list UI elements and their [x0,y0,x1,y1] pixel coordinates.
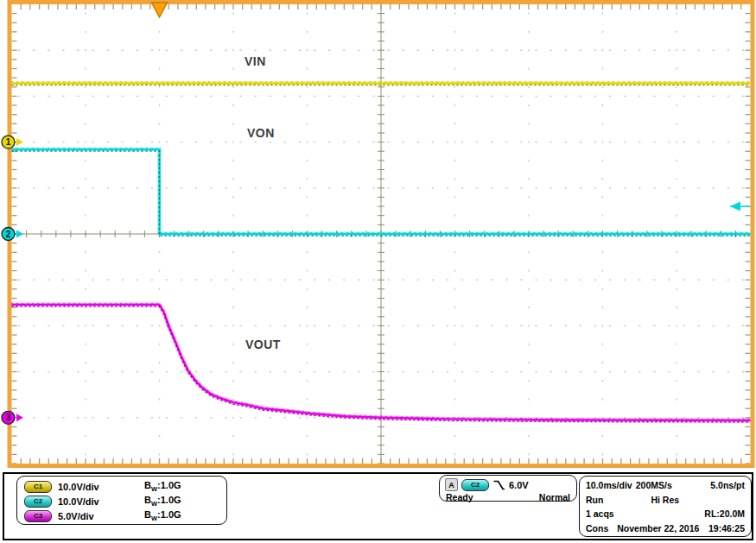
sample-resolution: 5.0ns/pt [710,480,745,490]
date-value: November 22, 2016 [617,523,699,534]
trigger-level-value: 6.0V [509,480,529,490]
channel-1-scale: 10.0V/div [58,482,144,492]
channel-1-row[interactable]: C1 10.0V/div BW:1.0G [17,479,226,494]
time-value: 19:46:25 [708,523,745,534]
svg-text:3: 3 [6,413,11,422]
trigger-mode: Normal [539,492,570,502]
vin-wave-label: VIN [245,54,266,68]
acquisition-count: 1 acqs [586,508,614,519]
trigger-source-badge[interactable]: C2 [461,479,489,491]
channel-2-row[interactable]: C2 10.0V/div BW:1.0G [17,494,226,508]
readout-bar: C1 10.0V/div BW:1.0G C2 10.0V/div BW:1.0… [3,472,753,540]
vout-wave-label: VOUT [245,338,281,351]
timebase-scale: 10.0ms/div [586,480,632,490]
channel-2-bandwidth: BW:1.0G [144,495,181,508]
channel-3-row[interactable]: C3 5.0V/div BW:1.0G [17,508,226,523]
waveform-display: 123 [0,0,756,471]
trigger-level-arrow[interactable] [730,202,751,212]
von-wave-label: VON [247,126,275,140]
cons-label: Cons [586,523,608,534]
trigger-readout-box[interactable]: A C2 6.0V Ready Normal [439,475,577,502]
channel-2-scale: 10.0V/div [58,496,144,507]
channel-1-bandwidth: BW:1.0G [144,480,181,493]
falling-edge-icon [492,479,505,491]
channel-readout-box: C1 10.0V/div BW:1.0G C2 10.0V/div BW:1.0… [16,476,227,525]
channel-2-badge[interactable]: C2 [24,496,52,508]
channel-3-badge[interactable]: C3 [24,510,52,522]
oscilloscope-screen: 123 VIN VON VOUT C1 10.0V/div BW:1.0G C2… [0,0,756,543]
trigger-state: Ready [446,492,473,502]
channel-marker-3[interactable]: 3 [2,411,23,424]
trigger-position-marker[interactable] [152,3,168,17]
channel-marker-2[interactable]: 2 [2,228,23,241]
svg-text:2: 2 [6,230,11,239]
channel-3-bandwidth: BW:1.0G [144,509,181,522]
record-length: RL:20.0M [704,508,745,519]
timebase-readout-box[interactable]: 10.0ms/div 200MS/s 5.0ns/pt Run Hi Res 1… [579,476,752,537]
channel-1-badge[interactable]: C1 [24,481,52,493]
trigger-a-badge: A [445,478,458,491]
channel-marker-1[interactable]: 1 [2,136,23,148]
channel-3-scale: 5.0V/div [58,511,144,521]
trace-vin [12,82,751,85]
sample-rate: 200MS/s [636,480,672,490]
acquisition-state: Run [586,495,603,505]
svg-text:1: 1 [6,137,11,147]
acquisition-mode: Hi Res [651,495,679,505]
